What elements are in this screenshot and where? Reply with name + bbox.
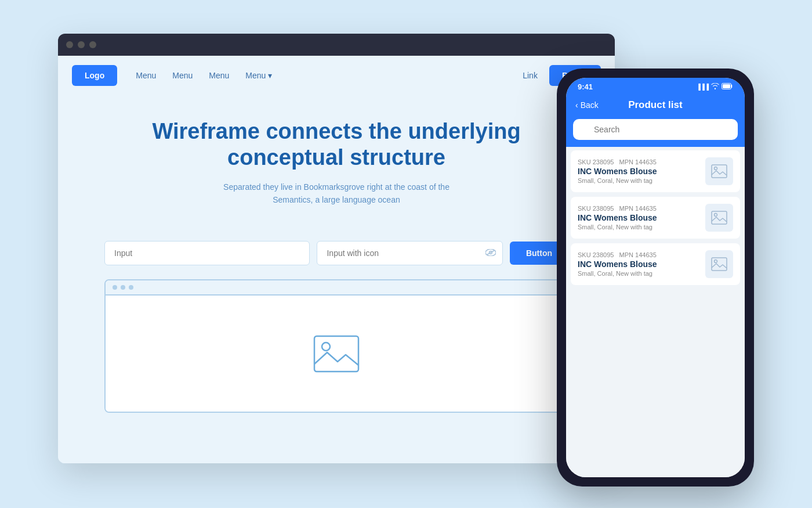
product-name: INC Womens Blouse	[578, 260, 699, 269]
product-image	[705, 204, 733, 232]
input-row: Button	[58, 241, 615, 265]
browser-window: Logo Menu Menu Menu Menu ▾ Link Button	[58, 34, 615, 463]
svg-rect-7	[712, 165, 727, 178]
phone-search-bar: 🔍	[566, 119, 745, 147]
nav-menu-item-2[interactable]: Menu	[172, 71, 193, 80]
input-icon-wrapper	[317, 241, 502, 265]
product-name: INC Womens Blouse	[578, 213, 699, 222]
product-image	[705, 250, 733, 278]
status-icons: ▐▐▐	[697, 83, 733, 91]
wifi-icon	[711, 83, 719, 91]
svg-point-12	[715, 260, 717, 262]
logo-button[interactable]: Logo	[72, 65, 117, 86]
svg-point-8	[715, 167, 717, 170]
nav-menu-item-3[interactable]: Menu	[209, 71, 229, 80]
navbar: Logo Menu Menu Menu Menu ▾ Link Button	[58, 56, 615, 95]
back-chevron-icon: ‹	[575, 100, 578, 110]
product-item[interactable]: SKU 238095 MPN 144635 INC Womens Blouse …	[571, 197, 740, 239]
nav-link[interactable]: Link	[523, 71, 538, 80]
search-input[interactable]	[573, 119, 738, 140]
product-details: Small, Coral, New with tag	[578, 224, 699, 230]
icon-input[interactable]	[317, 241, 502, 265]
browser-dot-yellow	[78, 41, 85, 48]
svg-rect-3	[314, 336, 358, 372]
mockup-dot-3	[129, 285, 133, 290]
back-button[interactable]: ‹ Back	[575, 100, 599, 110]
eye-icon	[485, 248, 496, 258]
nav-menu-items: Menu Menu Menu Menu ▾	[136, 71, 504, 80]
mobile-phone: 9:41 ▐▐▐	[557, 69, 754, 487]
nav-menu-dropdown[interactable]: Menu ▾	[245, 71, 272, 80]
signal-icon: ▐▐▐	[697, 84, 709, 90]
svg-point-10	[715, 213, 717, 216]
scene: Logo Menu Menu Menu Menu ▾ Link Button	[58, 34, 754, 475]
status-bar: 9:41 ▐▐▐	[566, 78, 745, 93]
hero-section: Wireframe connects the underlying concep…	[58, 95, 615, 242]
browser-inner-mockup	[104, 279, 568, 413]
browser-dot-red	[66, 41, 73, 48]
status-time: 9:41	[578, 82, 593, 91]
back-label: Back	[581, 100, 599, 110]
battery-icon	[722, 83, 733, 91]
hero-subtitle: Separated they live in Bookmarksgrove ri…	[203, 181, 470, 207]
product-sku: SKU 238095 MPN 144635	[578, 158, 699, 165]
plain-input[interactable]	[104, 241, 310, 265]
svg-rect-6	[723, 84, 730, 88]
browser-titlebar	[58, 34, 615, 56]
product-sku: SKU 238095 MPN 144635	[578, 205, 699, 212]
product-item[interactable]: SKU 238095 MPN 144635 INC Womens Blouse …	[571, 243, 740, 285]
chevron-down-icon: ▾	[268, 71, 272, 80]
product-name: INC Womens Blouse	[578, 167, 699, 176]
nav-menu-item-1[interactable]: Menu	[136, 71, 156, 80]
hero-title: Wireframe connects the underlying concep…	[104, 118, 568, 171]
product-details: Small, Coral, New with tag	[578, 270, 699, 277]
phone-nav: ‹ Back Product list	[566, 93, 745, 119]
image-placeholder-icon	[313, 335, 360, 373]
mockup-content	[106, 296, 567, 412]
product-sku: SKU 238095 MPN 144635	[578, 251, 699, 258]
product-list: SKU 238095 MPN 144635 INC Womens Blouse …	[566, 147, 745, 477]
svg-point-4	[322, 343, 330, 351]
phone-screen: 9:41 ▐▐▐	[566, 78, 745, 477]
product-info: SKU 238095 MPN 144635 INC Womens Blouse …	[578, 205, 699, 230]
mockup-dot-1	[113, 285, 117, 290]
search-wrapper: 🔍	[573, 119, 738, 140]
svg-rect-9	[712, 211, 727, 224]
browser-content: Logo Menu Menu Menu Menu ▾ Link Button	[58, 56, 615, 463]
phone-nav-title: Product list	[599, 99, 712, 111]
svg-rect-11	[712, 258, 727, 271]
product-item[interactable]: SKU 238095 MPN 144635 INC Womens Blouse …	[571, 150, 740, 192]
product-info: SKU 238095 MPN 144635 INC Womens Blouse …	[578, 158, 699, 184]
browser-dot-green	[89, 41, 96, 48]
mockup-bar	[106, 280, 567, 296]
product-image	[705, 157, 733, 185]
product-info: SKU 238095 MPN 144635 INC Womens Blouse …	[578, 251, 699, 277]
product-details: Small, Coral, New with tag	[578, 177, 699, 184]
mockup-dot-2	[121, 285, 125, 290]
